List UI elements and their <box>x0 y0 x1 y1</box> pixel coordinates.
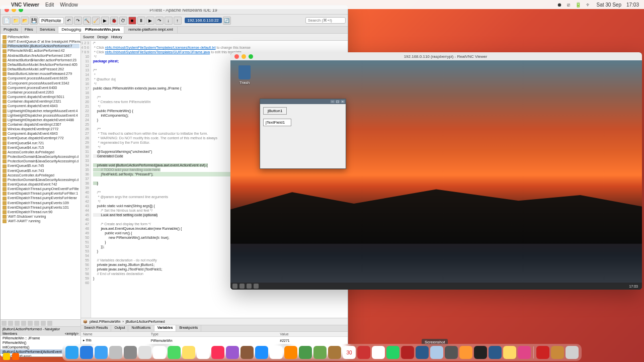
remote-desktop[interactable]: Trash – ▢ × jButton1 17:03 <box>230 60 642 290</box>
stack-frame[interactable]: LightweightDispatcher.retargetMouseEvent… <box>2 109 79 113</box>
stack-frame[interactable]: EventDispatchThread.pumpEvents:109 <box>2 201 79 205</box>
step-over-button[interactable]: ↷ <box>155 17 164 25</box>
dock-camera-icon[interactable] <box>445 346 458 359</box>
view-design[interactable]: Design <box>97 35 108 39</box>
save-all-button[interactable]: 💾 <box>30 17 38 25</box>
dock-terminal-icon[interactable] <box>474 346 487 359</box>
wifi-icon[interactable]: ᯤ <box>586 2 591 8</box>
dock-finder-icon[interactable] <box>65 346 78 359</box>
remote-term-icon[interactable] <box>254 284 259 289</box>
variable-row[interactable]: ▸ thisPiRemoteWin#2271 <box>81 338 348 343</box>
dock-bold-b-icon[interactable] <box>503 346 516 359</box>
editor-tab-xml[interactable]: remote-platform-impl.xml <box>124 27 177 33</box>
stack-frame[interactable]: ProtectionDomain$JavaSecurityAccessImpl.… <box>2 159 79 163</box>
menu-window[interactable]: Window <box>60 2 78 8</box>
menubar-date[interactable]: Sat 30 Sep <box>596 2 621 8</box>
dock-launchpad-icon[interactable] <box>109 346 122 359</box>
dock-calendar-icon[interactable]: 30 <box>343 346 356 359</box>
camera-icon[interactable]: ⏺ <box>557 2 562 8</box>
continue-button[interactable]: ▶ <box>146 17 154 25</box>
dock-netbeans-icon[interactable] <box>430 346 443 359</box>
minimize-icon[interactable] <box>242 54 246 59</box>
editor-breadcrumb[interactable]: 📦pitest.PiRemoteWin›jButton1ActionPerfor… <box>81 318 348 325</box>
menubar-time[interactable]: 17:03 <box>626 2 639 8</box>
open-button[interactable]: 📂 <box>21 17 29 25</box>
remote-jtextfield1[interactable] <box>263 119 291 126</box>
stack-frame[interactable]: EventDispatchThread.pumpEvents:101 <box>2 205 79 210</box>
stack-frame[interactable]: AbstractButton.fireActionPerformed:1967 <box>2 53 79 58</box>
dock-mail-icon[interactable] <box>95 346 108 359</box>
remote-browser-icon[interactable] <box>239 284 245 289</box>
dock-parallels-icon[interactable] <box>357 346 370 359</box>
undo-button[interactable]: ↶ <box>65 17 73 25</box>
stack-frame[interactable]: EventDispatchThread.run:90 <box>2 210 79 214</box>
remote-files-icon[interactable] <box>247 284 252 289</box>
dock-trash-icon[interactable] <box>566 346 579 359</box>
stack-frame[interactable]: 'AWT-EventQueue-0' at line breakpoint Pi… <box>2 39 79 44</box>
run-button[interactable]: ▶ <box>101 17 109 25</box>
dock-messages-icon[interactable] <box>168 346 181 359</box>
stack-frame[interactable]: PiRemoteWin$1.actionPerformed:42 <box>2 48 79 53</box>
stack-frame[interactable]: Component.processMouseEvent:6635 <box>2 76 79 80</box>
view-source[interactable]: Source <box>83 35 94 39</box>
stack-frame[interactable]: EventDispatchThread.pumpEventsForFilter:… <box>2 191 79 196</box>
dock-pronterface-icon[interactable] <box>270 346 283 359</box>
dtab-output[interactable]: Output <box>111 325 128 331</box>
pause-button[interactable]: ⏸ <box>137 17 145 25</box>
dock-vnc-viewer-icon[interactable] <box>416 346 429 359</box>
stack-frame[interactable]: DefaultButtonModel.setPressed:262 <box>2 67 79 71</box>
stack-frame[interactable]: DefaultButtonModel.fireActionPerformed:4… <box>2 62 79 67</box>
redo-button[interactable]: ↷ <box>74 17 82 25</box>
view-history[interactable]: History <box>111 35 122 39</box>
dock-notes-icon[interactable] <box>182 346 195 359</box>
stack-frame[interactable]: Container.processEvent:2263 <box>2 90 79 95</box>
remote-clock[interactable]: 17:03 <box>629 285 640 288</box>
dock-music-icon[interactable] <box>211 346 224 359</box>
tab-services[interactable]: Services <box>37 27 59 33</box>
stack-frame[interactable]: Container.dispatchEventImpl:2307 <box>2 122 79 127</box>
dock-filezilla-icon[interactable] <box>401 346 414 359</box>
editor-tab-java[interactable]: PiRemoteWin.java <box>81 27 124 33</box>
mini-btn[interactable] <box>2 321 7 326</box>
zoom-icon[interactable] <box>249 54 253 59</box>
new-file-button[interactable]: 📄 <box>3 17 11 25</box>
build-button[interactable]: 🔨 <box>83 17 91 25</box>
menu-edit[interactable]: Edit <box>45 2 54 8</box>
dock-podcasts-icon[interactable] <box>226 346 239 359</box>
stack-frame[interactable]: EventQueue$4.run:715 <box>2 145 79 150</box>
stack-frame[interactable]: EventQueue.dispatchEvent:742 <box>2 182 79 187</box>
dtab-vars[interactable]: Variables <box>154 325 177 331</box>
dock-inbox-icon[interactable] <box>551 346 564 359</box>
display-icon[interactable]: ⎚ <box>567 2 570 8</box>
stack-frame[interactable]: BasicButtonListener.mouseReleased:279 <box>2 71 79 76</box>
stack-frame[interactable]: AccessController.doPrivileged <box>2 173 79 177</box>
battery-icon[interactable]: 🔋 <box>575 2 581 8</box>
stack-frame[interactable]: LightweightDispatcher.dispatchEvent:4488 <box>2 118 79 122</box>
dtab-notif[interactable]: Notifications <box>128 325 154 331</box>
clean-build-button[interactable]: 🧹 <box>92 17 100 25</box>
quick-search-input[interactable] <box>305 17 346 24</box>
dock-reminders-icon[interactable] <box>197 346 210 359</box>
dock-home-icon[interactable] <box>459 346 472 359</box>
remote-max-icon[interactable]: ▢ <box>336 100 340 103</box>
dock-settings-icon[interactable] <box>124 346 137 359</box>
mac-dock[interactable]: 30 <box>62 344 582 361</box>
remote-taskbar[interactable]: 17:03 <box>230 283 642 290</box>
stack-frame[interactable]: EventQueue.dispatchEventImpl:772 <box>2 136 79 140</box>
dock-dictionary-icon[interactable] <box>240 346 254 359</box>
stack-frame[interactable]: 'AWT-XAWT' running <box>2 219 79 223</box>
step-into-button[interactable]: ↓ <box>165 17 173 25</box>
remote-host-label[interactable]: 192.168.0.110:22 <box>185 18 222 23</box>
stack-frame[interactable]: ProtectionDomain$JavaSecurityAccessImpl.… <box>2 154 79 159</box>
dtab-break[interactable]: Breakpoints <box>176 325 201 331</box>
stack-frame[interactable]: 'AWT-Shutdown' running <box>2 214 79 219</box>
dock-red-label-icon[interactable] <box>536 346 549 359</box>
nav-member[interactable]: PiRemoteWin :: JFrame <box>1 336 80 340</box>
dock-printer-icon[interactable] <box>138 346 151 359</box>
vnc-titlebar[interactable]: 192.168.0.110 (raspberrypi) - RealVNC Vi… <box>230 52 642 60</box>
debug-button[interactable]: 🐞 <box>110 17 118 25</box>
tab-projects[interactable]: Projects <box>1 27 22 33</box>
stack-frame[interactable]: Container.dispatchEventImpl:2321 <box>2 99 79 104</box>
stack-frame[interactable]: JComponent.processMouseEvent:3342 <box>2 81 79 85</box>
stack-frame[interactable]: EventQueue$5.run:743 <box>2 168 79 173</box>
